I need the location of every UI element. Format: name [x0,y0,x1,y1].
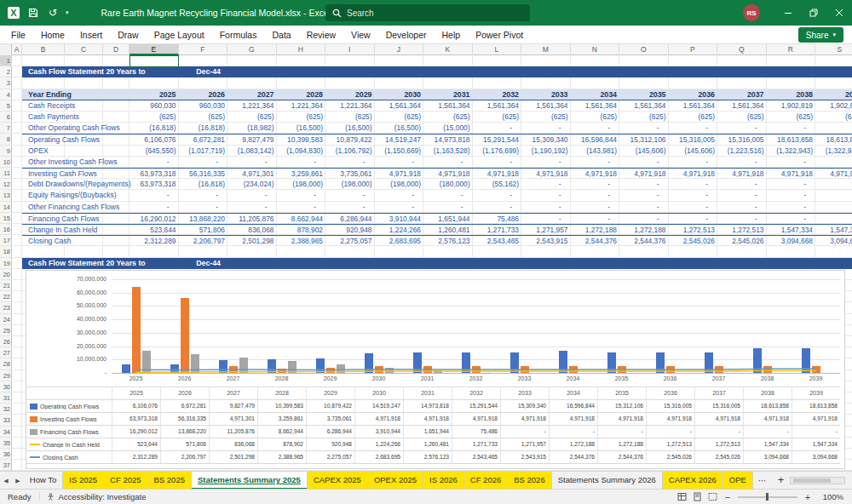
cell-value[interactable]: - [571,157,620,168]
cell-value[interactable]: - [130,202,179,213]
cell-value[interactable]: (16,818) [179,179,228,190]
cell-value[interactable]: - [669,123,718,134]
cell-value[interactable]: (15,000) [423,123,473,134]
cell-value[interactable]: (145,606) [669,146,718,157]
cell-value[interactable]: 2,312,289 [130,236,179,247]
cell-value[interactable]: - [815,190,852,201]
row-header-22[interactable]: 22 [0,291,12,302]
cell-value[interactable]: (180,000) [423,179,473,190]
undo-icon[interactable]: ↺ [46,6,60,20]
cell-value[interactable]: - [423,157,473,168]
row-header-34[interactable]: 34 [0,427,12,438]
column-header-r[interactable]: R [767,44,816,55]
cell-value[interactable]: (16,500) [325,123,375,134]
cell-value[interactable]: (625) [277,112,326,123]
row-header-25[interactable]: 25 [0,325,12,336]
cell-value[interactable]: (16,818) [179,123,228,134]
cell-value[interactable]: - [227,157,277,168]
column-header-a[interactable]: A [12,44,22,55]
cell-value[interactable]: - [619,179,669,190]
cash-flow-chart[interactable]: 70,000,00060,000,00050,000,00040,000,000… [26,270,845,469]
save-icon[interactable] [26,6,40,20]
cell-value[interactable]: - [619,190,669,201]
column-header-g[interactable]: G [227,44,277,55]
cell-value[interactable]: 63,973,318 [130,179,179,190]
normal-view-button[interactable] [677,492,687,501]
sheet-tab-opex-2025[interactable]: OPEX 2025 [368,472,423,490]
row-header-9[interactable]: 9 [0,146,12,157]
cell-value[interactable]: - [619,157,669,168]
cell-value[interactable]: - [521,179,571,190]
column-header-l[interactable]: L [473,44,522,55]
cell-value[interactable]: - [375,190,424,201]
cell-value[interactable]: - [521,202,571,213]
row-label[interactable]: Closing Cash [28,236,72,247]
window-close-button[interactable] [826,0,852,26]
cell-value[interactable]: 3,094,668 [815,236,852,247]
more-sheets-button[interactable]: ⋯ [753,472,772,489]
cell-value[interactable]: 1,221,364 [227,100,277,112]
cell-value[interactable]: - [473,190,522,201]
cell-value[interactable]: (1,094,830) [277,146,326,157]
row-header-32[interactable]: 32 [0,404,12,415]
search-bar[interactable] [325,4,530,21]
row-header-24[interactable]: 24 [0,314,12,325]
column-header-k[interactable]: K [423,44,473,55]
ribbon-tab-insert[interactable]: Insert [72,26,110,44]
cell-value[interactable]: - [179,202,228,213]
row-header-30[interactable]: 30 [0,381,12,392]
cell-value[interactable]: - [767,179,816,190]
column-header-p[interactable]: P [669,44,718,55]
row-header-1[interactable]: 1 [0,55,12,66]
row-header-18[interactable]: 18 [0,246,12,257]
cell-value[interactable]: 2,275,057 [325,236,375,247]
cell-value[interactable]: 2,683,695 [375,236,424,247]
cell-value[interactable]: 2,545,026 [669,236,718,247]
ribbon-tab-draw[interactable]: Draw [110,26,147,44]
zoom-level[interactable]: 100% [818,492,843,501]
cell-value[interactable]: - [521,123,571,134]
cell-value[interactable]: (625) [571,112,620,123]
zoom-slider[interactable] [738,496,797,498]
horizontal-scrollbar[interactable] [790,477,845,484]
cell-value[interactable]: - [669,179,718,190]
cell-value[interactable]: (625) [375,112,424,123]
select-all-corner[interactable] [0,44,12,55]
cell-value[interactable]: - [767,202,816,213]
cell-value[interactable]: (625) [227,112,277,123]
cell-value[interactable]: (625) [717,112,767,123]
row-header-8[interactable]: 8 [0,134,12,145]
cell-value[interactable]: - [571,190,620,201]
row-header-2[interactable]: 2 [0,66,12,77]
row-label[interactable]: Cash Payments [28,112,79,123]
cell-value[interactable]: (1,106,792) [325,146,375,157]
cell-value[interactable]: (198,000) [325,179,375,190]
cell-value[interactable]: 1,221,364 [325,100,375,112]
sheet-tab-is-2026[interactable]: IS 2026 [423,472,464,490]
column-header-e[interactable]: E [130,44,179,55]
cell-value[interactable]: - [277,157,326,168]
cell-value[interactable]: (625) [179,112,228,123]
cell-value[interactable]: - [130,190,179,201]
cell-value[interactable]: (625) [423,112,473,123]
cell-value[interactable]: - [227,190,277,201]
row-header-23[interactable]: 23 [0,302,12,313]
cell-value[interactable]: 2,501,298 [227,236,277,247]
ribbon-tab-home[interactable]: Home [33,26,72,44]
cell-value[interactable]: 1,902,819 [815,100,852,112]
row-header-5[interactable]: 5 [0,100,12,112]
cell-value[interactable]: - [669,190,718,201]
ribbon-tab-data[interactable]: Data [264,26,298,44]
cell-value[interactable]: (198,000) [375,179,424,190]
row-header-31[interactable]: 31 [0,392,12,404]
share-button[interactable]: Share ▾ [798,27,843,43]
cell-value[interactable]: (1,322,943) [767,146,816,157]
cell-value[interactable]: - [717,123,767,134]
cell-value[interactable]: 3,094,668 [767,236,816,247]
cell-value[interactable]: 1,561,364 [619,100,669,112]
row-header-37[interactable]: 37 [0,460,12,471]
column-header-m[interactable]: M [521,44,571,55]
cell-value[interactable]: - [815,202,852,213]
sheet-tab-capex-2026[interactable]: CAPEX 2026 [663,472,723,490]
cell-value[interactable]: - [669,157,718,168]
